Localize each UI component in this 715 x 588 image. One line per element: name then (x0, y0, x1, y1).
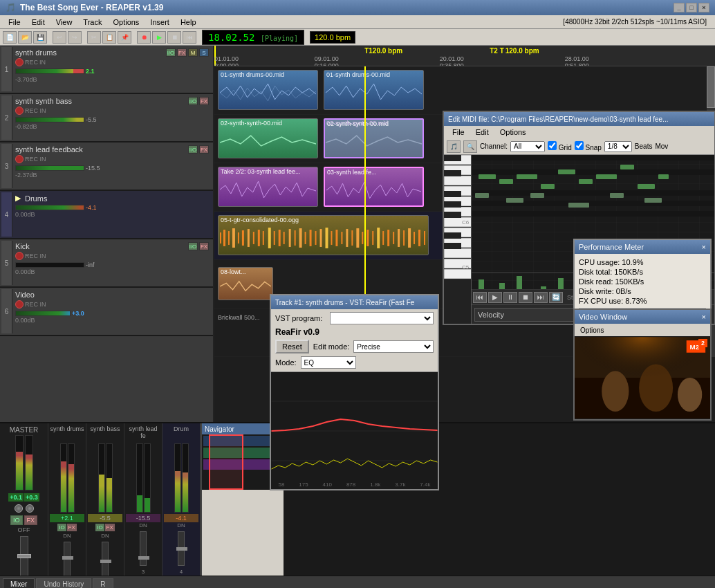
ch1-io-btn[interactable]: IO (57, 524, 66, 531)
bpm-display: 120.0 bpm (310, 31, 355, 44)
clip-1b[interactable]: 01-synth drums-00.mid (324, 70, 424, 110)
save-btn[interactable]: 💾 (33, 31, 47, 44)
track-3-rec-btn[interactable] (15, 155, 24, 163)
ch2-fader[interactable] (102, 542, 109, 576)
midi-beats-select[interactable]: 1/8 (604, 141, 632, 152)
midi-loop[interactable]: 🔄 (549, 292, 563, 303)
ch2-fx-btn[interactable]: FX (105, 524, 115, 531)
clip-5a[interactable]: 08-lowt... (218, 267, 273, 300)
menu-view[interactable]: View (50, 17, 78, 28)
track-3-io-btn[interactable]: I/O (188, 145, 198, 154)
ch1-fader-thumb[interactable] (62, 556, 73, 560)
vst-program-select[interactable] (330, 312, 434, 324)
close-button[interactable]: × (698, 3, 709, 12)
tab-mixer[interactable]: Mixer (3, 578, 35, 588)
midi-menu-options[interactable]: Options (494, 127, 532, 138)
tab-r[interactable]: R (93, 578, 113, 588)
video-content: M2 2 (575, 336, 710, 419)
ch3-fader[interactable] (140, 531, 147, 566)
midi-play[interactable]: ▶ (488, 292, 502, 303)
redo-btn[interactable]: ↪ (68, 31, 82, 44)
midi-menu-file[interactable]: File (447, 127, 470, 138)
track-1: 1 synth drums I/O FX M S REC IN (0, 46, 213, 94)
video-options-menu[interactable]: Options (577, 326, 606, 335)
rewind-btn[interactable]: ⏮ (183, 31, 196, 44)
cut-btn[interactable]: ✂ (87, 31, 101, 44)
track-2-rec-btn[interactable] (15, 107, 24, 115)
track-2-fx-btn[interactable]: FX (199, 97, 209, 105)
ch4-fader-thumb[interactable] (176, 547, 187, 551)
midi-grid-checkbox[interactable] (548, 141, 557, 150)
menu-options[interactable]: Options (107, 17, 145, 28)
midi-zoom-btn[interactable]: 🔍 (463, 140, 477, 153)
toolbar: 📄 📂 💾 ↩ ↪ ✂ 📋 📌 ⏺ ▶ ⏹ ⏮ 18.02.52 [Playin… (0, 29, 715, 46)
track-2-io-btn[interactable]: I/O (188, 97, 198, 105)
ch1-fader[interactable] (64, 542, 71, 576)
track-1-fx-btn[interactable]: FX (177, 48, 187, 57)
track-1-io-btn[interactable]: I/O (166, 48, 176, 57)
master-meter-l (15, 435, 24, 490)
clip-2a[interactable]: 02-synth-synth-00.mid (218, 118, 318, 158)
master-fx-btn[interactable]: FX (24, 515, 38, 525)
clip-4a[interactable]: 05-t-gtr-consolidated-00.ogg (218, 215, 429, 255)
perf-close-btn[interactable]: × (702, 243, 706, 251)
nav-viewport[interactable] (209, 434, 243, 490)
clip-3b[interactable]: 03-synth lead fe... (324, 167, 424, 207)
asio-status: [48000Hz 32bit 2/2ch 512spls ~10/11ms AS… (563, 18, 712, 26)
midi-channel-select[interactable]: All (510, 141, 545, 152)
midi-pause[interactable]: ⏸ (503, 292, 517, 303)
maximize-button[interactable]: □ (686, 3, 697, 12)
menu-insert[interactable]: Insert (145, 17, 175, 28)
track-6-rec-btn[interactable] (15, 300, 24, 309)
master-fader-thumb[interactable] (17, 554, 31, 558)
play-btn[interactable]: ▶ (152, 31, 166, 44)
track-1-mute-btn[interactable]: M (188, 48, 198, 57)
track-3-fx-btn[interactable]: FX (199, 145, 209, 154)
master-meter-l-fill (16, 452, 23, 490)
clip-3a[interactable]: Take 2/2: 03-synth lead fee... (218, 167, 318, 207)
open-btn[interactable]: 📂 (18, 31, 32, 44)
midi-skip-end[interactable]: ⏭ (534, 292, 548, 303)
track-5-fx-btn[interactable]: FX (199, 242, 209, 250)
ch3-meter-wrap (126, 443, 160, 513)
menu-help[interactable]: Help (175, 17, 202, 28)
menu-track[interactable]: Track (77, 17, 107, 28)
undo-btn[interactable]: ↩ (53, 31, 66, 44)
master-knob-2[interactable] (26, 504, 34, 513)
track-5-rec-btn[interactable] (15, 252, 24, 260)
record-btn[interactable]: ⏺ (137, 31, 151, 44)
master-vol-r: +0.3 (24, 493, 39, 502)
master-io-btn[interactable]: IO (10, 515, 23, 525)
master-fader[interactable] (20, 536, 28, 576)
midi-skip-start[interactable]: ⏮ (473, 292, 487, 303)
vst-reset-btn[interactable]: Reset (275, 340, 309, 353)
clip-2b-selected[interactable]: 02-synth-synth-00.mid (324, 118, 424, 158)
track-1-solo-btn[interactable]: S (199, 48, 209, 57)
new-btn[interactable]: 📄 (3, 31, 17, 44)
midi-snap-checkbox[interactable] (575, 141, 584, 150)
ch2-io-btn[interactable]: IO (95, 524, 104, 531)
clip-1a[interactable]: 01-synth drums-00.mid (218, 70, 318, 110)
minimize-button[interactable]: _ (674, 3, 685, 12)
vst-mode-select[interactable]: EQ (301, 356, 356, 369)
ch3-fader-thumb[interactable] (138, 556, 149, 560)
track-1-rec-btn[interactable] (15, 58, 24, 66)
arrange-vscroll-thumb[interactable] (707, 66, 715, 108)
master-knob-1[interactable] (15, 504, 23, 513)
ch2-fader-thumb[interactable] (100, 560, 111, 563)
midi-menu-edit[interactable]: Edit (470, 127, 494, 138)
midi-stop[interactable]: ⏹ (519, 292, 532, 303)
track-5-io-btn[interactable]: I/O (188, 242, 198, 250)
menu-edit[interactable]: Edit (26, 17, 50, 28)
paste-btn[interactable]: 📌 (118, 31, 131, 44)
vst-editmode-select[interactable]: Precise (353, 340, 434, 353)
tab-undo-history[interactable]: Undo History (36, 578, 91, 588)
track-number-6: 6 (1, 289, 12, 333)
video-close-btn[interactable]: × (702, 313, 706, 321)
ch1-fx-btn[interactable]: FX (67, 524, 77, 531)
ch4-fader[interactable] (178, 531, 185, 566)
copy-btn[interactable]: 📋 (102, 31, 116, 44)
midi-icon-btn[interactable]: 🎵 (447, 140, 461, 153)
stop-btn[interactable]: ⏹ (167, 31, 181, 44)
menu-file[interactable]: File (3, 17, 26, 28)
